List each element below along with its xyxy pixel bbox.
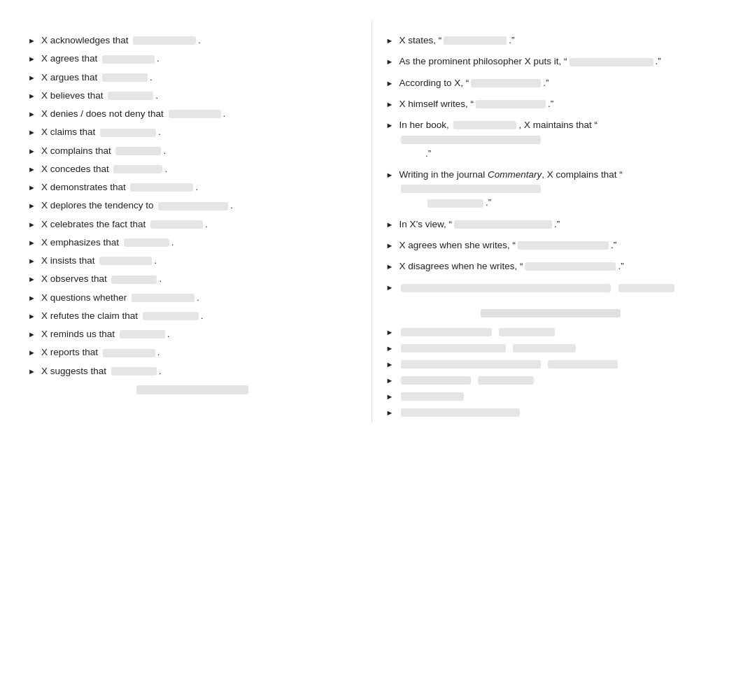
- blur-placeholder: [115, 147, 161, 155]
- blur-placeholder: [99, 257, 152, 265]
- list-item: ► X demonstrates that .: [28, 180, 358, 194]
- list-item: ► X suggests that .: [28, 364, 358, 378]
- left-footer-blur: [136, 385, 248, 394]
- item-text: [399, 358, 619, 371]
- blur-placeholder: [476, 100, 546, 108]
- item-text: X celebrates the fact that .: [41, 217, 208, 231]
- blur-placeholder: [130, 183, 193, 192]
- item-text: [399, 326, 556, 338]
- item-text: X states, “.”: [399, 34, 514, 48]
- right-column: ► X states, “.” ► As the prominent philo…: [372, 21, 730, 422]
- item-text: X claims that .: [41, 125, 161, 139]
- blur-placeholder: [108, 92, 153, 100]
- list-item: ► X disagrees when he writes, “.”: [386, 259, 716, 273]
- bullet-arrow: ►: [28, 347, 36, 359]
- item-text: X disagrees when he writes, “.”: [399, 259, 623, 273]
- item-text: X concedes that .: [41, 162, 167, 176]
- blur-placeholder: [401, 136, 541, 144]
- blur-placeholder: [132, 294, 194, 302]
- blur-placeholder: [100, 129, 156, 137]
- list-item: ►: [386, 390, 716, 403]
- list-item: ► X agrees when she writes, “.”: [386, 238, 716, 252]
- blur-placeholder: [569, 58, 653, 66]
- item-text: Writing in the journal Commentary, X com…: [399, 168, 715, 210]
- bullet-arrow: ►: [28, 292, 36, 304]
- list-item: ► According to X, “.”: [386, 76, 716, 90]
- bottom-section-title: [481, 309, 621, 317]
- item-text: X questions whether .: [41, 291, 199, 305]
- bullet-arrow: ►: [386, 407, 394, 419]
- bullet-arrow: ►: [386, 99, 394, 110]
- item-text: X complains that .: [41, 144, 166, 158]
- item-text: X deplores the tendency to .: [41, 199, 233, 213]
- blur-placeholder: [401, 360, 541, 369]
- bullet-arrow: ►: [386, 375, 394, 387]
- list-item: ► X acknowledges that .: [28, 34, 358, 48]
- bullet-arrow: ►: [28, 108, 36, 120]
- list-item: ►: [386, 280, 716, 294]
- bullet-arrow: ►: [28, 366, 36, 378]
- item-text: As the prominent philosopher X puts it, …: [399, 55, 660, 69]
- item-text: X agrees that .: [41, 52, 160, 66]
- item-text: X suggests that .: [41, 364, 162, 378]
- blur-placeholder: [548, 360, 618, 369]
- item-text: According to X, “.”: [399, 76, 549, 90]
- list-item: ► X observes that .: [28, 272, 358, 286]
- blur-placeholder: [111, 276, 157, 284]
- list-item: ► X claims that .: [28, 125, 358, 139]
- bullet-arrow: ►: [28, 90, 36, 102]
- blur-placeholder: [427, 199, 483, 208]
- list-item: ► X reminds us that .: [28, 327, 358, 341]
- item-text: X agrees when she writes, “.”: [399, 238, 616, 252]
- item-text: X reports that .: [41, 345, 160, 359]
- list-item: ►: [386, 374, 716, 387]
- blur-placeholder: [453, 121, 516, 129]
- list-item: ► X emphasizes that .: [28, 236, 358, 250]
- list-item: ► X complains that .: [28, 144, 358, 158]
- blur-placeholder: [124, 238, 169, 247]
- bullet-arrow: ►: [28, 182, 36, 194]
- bullet-arrow: ►: [386, 240, 394, 252]
- list-item: ► As the prominent philosopher X puts it…: [386, 55, 716, 69]
- item-text: X emphasizes that .: [41, 236, 174, 250]
- bullet-arrow: ►: [28, 127, 36, 138]
- bullet-arrow: ►: [386, 391, 394, 403]
- list-item: ►: [386, 342, 716, 355]
- blur-placeholder: [120, 330, 165, 338]
- bullet-arrow: ►: [28, 72, 36, 84]
- blur-placeholder: [401, 376, 471, 385]
- bullet-arrow: ►: [386, 78, 394, 90]
- bullet-arrow: ►: [28, 35, 36, 47]
- bullet-arrow: ►: [28, 145, 36, 157]
- bullet-arrow: ►: [28, 255, 36, 267]
- blur-placeholder: [102, 55, 155, 64]
- blur-placeholder: [401, 328, 492, 336]
- list-item: ► X concedes that .: [28, 162, 358, 176]
- item-text: X reminds us that .: [41, 327, 170, 341]
- item-text: X observes that .: [41, 272, 162, 286]
- list-item: ► X denies / does not deny that .: [28, 107, 358, 121]
- list-item: ► X believes that .: [28, 89, 358, 103]
- bullet-arrow: ►: [28, 310, 36, 322]
- blur-placeholder: [401, 344, 506, 352]
- bullet-arrow: ►: [386, 282, 394, 294]
- bullet-arrow: ►: [28, 329, 36, 341]
- list-item: ► X himself writes, “.”: [386, 97, 716, 111]
- bullet-arrow: ►: [28, 237, 36, 249]
- list-item: ► In her book, , X maintains that “ .”: [386, 118, 716, 161]
- bullet-arrow: ►: [386, 169, 394, 181]
- bullet-arrow: ►: [28, 164, 36, 176]
- blur-placeholder: [618, 284, 674, 292]
- item-text: In X’s view, “.”: [399, 217, 560, 231]
- list-item: ► X deplores the tendency to .: [28, 199, 358, 213]
- authorial-action-list: ► X acknowledges that . ► X agrees that …: [28, 34, 358, 378]
- list-item: ►: [386, 358, 716, 371]
- list-item: ►: [386, 326, 716, 338]
- quotations-list: ► X states, “.” ► As the prominent philo…: [386, 34, 716, 295]
- bullet-arrow: ►: [386, 343, 394, 355]
- bullet-arrow: ►: [28, 219, 36, 231]
- bullet-arrow: ►: [386, 261, 394, 273]
- blur-placeholder: [103, 349, 155, 357]
- page: ► X acknowledges that . ► X agrees that …: [0, 0, 743, 443]
- blur-placeholder: [143, 312, 199, 320]
